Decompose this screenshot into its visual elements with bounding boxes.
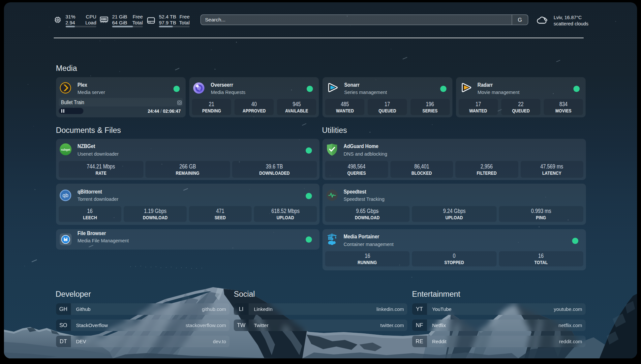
svg-text:qb: qb bbox=[62, 193, 68, 198]
svg-text:nzbget: nzbget bbox=[61, 148, 70, 151]
